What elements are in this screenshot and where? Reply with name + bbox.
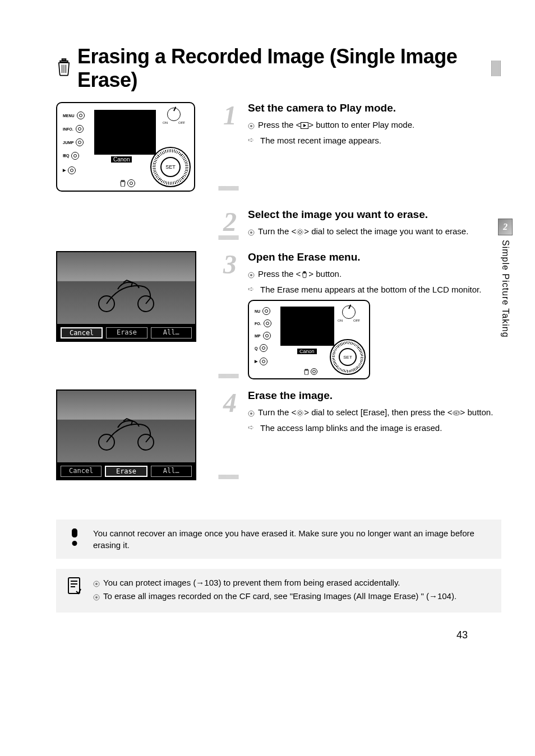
- step-instruction: Turn the <> dial to select [Erase], then…: [248, 406, 501, 420]
- gear-bullet-icon: [93, 578, 100, 585]
- svg-point-4: [250, 231, 252, 234]
- svg-point-10: [250, 274, 252, 276]
- warning-note: You cannot recover an image once you hav…: [56, 520, 501, 559]
- svg-point-5: [297, 229, 303, 235]
- lcd-screenshot-erase: Cancel Erase All…: [56, 389, 196, 480]
- svg-point-14: [250, 412, 252, 415]
- dial-icon: [296, 226, 304, 239]
- step-result: ➪ The access lamp blinks and the image i…: [248, 422, 501, 434]
- step-instruction: Turn the <> dial to select the image you…: [248, 225, 501, 239]
- camera-back-diagram-small: NU FO. MP Q ▶ Canon ONOFF SET: [248, 300, 370, 379]
- play-icon: [301, 120, 308, 132]
- trash-icon: [301, 269, 308, 281]
- info-note: You can protect images (→103) to prevent…: [56, 569, 501, 613]
- title-decoration: [491, 61, 501, 76]
- svg-point-23: [95, 596, 98, 599]
- lcd-cancel-button: Cancel: [61, 466, 102, 477]
- step-number: 2: [219, 208, 241, 241]
- lcd-all-button: All…: [151, 327, 192, 338]
- step-heading: Select the image you want to erase.: [248, 208, 501, 221]
- arrow-bullet-icon: ➪: [248, 423, 257, 433]
- svg-point-6: [299, 230, 302, 233]
- svg-point-15: [297, 410, 303, 416]
- step-heading: Set the camera to Play mode.: [248, 102, 501, 114]
- gear-bullet-icon: [248, 120, 255, 127]
- svg-rect-19: [68, 578, 80, 593]
- svg-point-1: [250, 125, 252, 127]
- dial-icon: [296, 407, 304, 420]
- step-result: ➪ The most recent image appears.: [248, 134, 501, 147]
- gear-bullet-icon: [248, 227, 255, 234]
- gear-bullet-icon: [248, 270, 255, 276]
- step-instruction: Press the <> button to enter Play mode.: [248, 119, 501, 132]
- lcd-screenshot-cancel: Cancel Erase All…: [56, 251, 196, 342]
- lcd-erase-button: Erase: [105, 466, 147, 477]
- step-result: ➪ The Erase menu appears at the bottom o…: [248, 284, 501, 296]
- chapter-label: Simple Picture Taking: [500, 240, 510, 338]
- svg-point-16: [299, 412, 302, 415]
- step-heading: Erase the image.: [248, 389, 501, 402]
- lcd-all-button: All…: [151, 466, 192, 477]
- gear-bullet-icon: [248, 408, 255, 415]
- svg-text:SET: SET: [454, 412, 459, 415]
- step-number: 3: [219, 251, 241, 380]
- chapter-tab: 2 Simple Picture Taking: [498, 219, 513, 338]
- trash-icon: [56, 58, 72, 78]
- page-number: 43: [56, 629, 501, 641]
- svg-point-21: [95, 583, 98, 585]
- set-icon: SET: [453, 407, 460, 420]
- lcd-cancel-button: Cancel: [61, 327, 103, 338]
- gear-bullet-icon: [93, 592, 100, 599]
- camera-back-diagram: MENU INFO. JUMP ⊞⁠Q ▶ Canon ONOFF SET: [56, 102, 195, 192]
- step-number: 4: [219, 389, 241, 480]
- step-number: 1: [219, 102, 241, 192]
- chapter-number: 2: [498, 219, 513, 235]
- page-title: Erasing a Recorded Image (Single Image E…: [77, 45, 486, 92]
- lcd-erase-button: Erase: [106, 327, 147, 338]
- arrow-bullet-icon: ➪: [248, 284, 257, 295]
- step-instruction: Press the <> button.: [248, 268, 501, 281]
- note-icon: [66, 577, 83, 599]
- warning-icon: [66, 527, 83, 549]
- step-heading: Open the Erase menu.: [248, 251, 501, 263]
- arrow-bullet-icon: ➪: [248, 135, 257, 146]
